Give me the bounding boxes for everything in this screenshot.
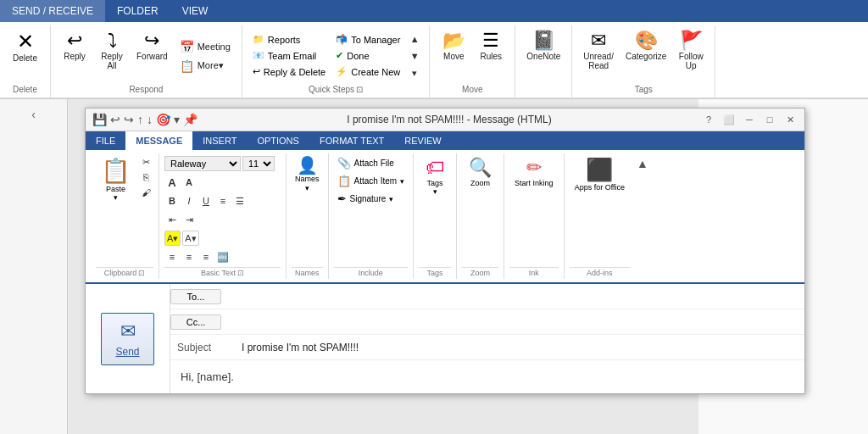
subject-input[interactable] [238,338,804,357]
down-arrow-icon[interactable]: ↓ [147,113,153,126]
qs-scroll-down[interactable]: ▼ [407,48,422,64]
paste-dropdown-arrow[interactable]: ▾ [114,193,118,202]
move-button[interactable]: 📂 Move [437,29,470,64]
attach-item-button[interactable]: 📋 Attach Item ▾ [334,173,409,189]
qs-team-email[interactable]: 📧 Team Email [249,48,329,63]
bullet-list-button[interactable]: ≡ [215,193,231,209]
close-button[interactable]: ✕ [782,112,798,127]
increase-indent-button[interactable]: ⇥ [181,212,197,227]
subject-row: Subject [170,335,804,360]
signature-button[interactable]: ✒ Signature ▾ [334,191,409,207]
undo-icon[interactable]: ↩ [110,113,120,126]
qs-scroll-up[interactable]: ▲ [407,31,422,47]
to-input[interactable] [225,287,804,306]
custom-icon[interactable]: 🎯 [156,113,170,126]
move-icon: 📂 [442,31,465,50]
qs-create-new[interactable]: ⚡ Create New [332,64,403,79]
qs-reports[interactable]: 📁 Reports [249,32,329,47]
copy-button[interactable]: ⎘ [138,170,153,184]
more-button[interactable]: 📋 More▾ [175,58,235,75]
unread-read-button[interactable]: ✉ Unread/Read [579,29,618,73]
font-selector[interactable]: Raleway [164,156,241,171]
signature-arrow[interactable]: ▾ [389,195,393,203]
qs-done[interactable]: ✔ Done [332,48,403,63]
help-button[interactable]: ? [701,112,716,127]
font-color-button[interactable]: A▾ [182,231,198,246]
maximize-button[interactable]: □ [762,112,777,127]
onenote-button[interactable]: 📓 OneNote [522,29,565,64]
highlight-button[interactable]: A▾ [164,231,181,246]
done-icon: ✔ [336,50,343,61]
meeting-button[interactable]: 📅 Meeting [175,38,235,55]
tab-view[interactable]: VIEW [170,0,220,22]
tab-file[interactable]: FILE [86,131,125,150]
attach-item-arrow[interactable]: ▾ [400,177,404,186]
names-arrow[interactable]: ▾ [305,184,309,192]
italic-button[interactable]: I [181,193,197,209]
forward-button[interactable]: ↪ Forward [132,29,172,64]
tags-button[interactable]: 🏷 Tags ▾ [419,155,451,198]
numbered-list-button[interactable]: ☰ [232,193,248,209]
qs-expand[interactable]: ▾ [407,65,422,81]
tags-icon: 🏷 [426,157,444,179]
redo-icon[interactable]: ↪ [124,113,134,126]
send-button[interactable]: ✉ Send [101,313,153,365]
compose-window: 💾 ↩ ↪ ↑ ↓ 🎯 ▾ 📌 I promise I'm not SPAM!!… [85,108,805,394]
tab-insert[interactable]: INSERT [192,131,247,150]
ribbon-collapse-button[interactable]: ▲ [635,155,650,172]
tab-format-text[interactable]: FORMAT TEXT [309,131,394,150]
popout-button[interactable]: ⬜ [721,112,737,127]
to-button[interactable]: To... [170,289,221,304]
qs-to-manager[interactable]: 📬 To Manager [332,32,403,47]
reply-all-button[interactable]: ⤵ ReplyAll [95,29,129,73]
decrease-font-button[interactable]: A [181,175,197,190]
tab-review[interactable]: REVIEW [394,131,451,150]
minimize-button[interactable]: ─ [742,112,757,127]
follow-up-button[interactable]: 🚩 FollowUp [674,29,708,73]
dropdown-arrow-icon[interactable]: ▾ [174,113,180,126]
align-center-button[interactable]: ≡ [181,249,197,264]
decrease-indent-button[interactable]: ⇤ [164,212,180,227]
compose-body[interactable]: Hi, [name]. [170,360,804,393]
rules-button[interactable]: ☰ Rules [474,29,508,64]
bold-button[interactable]: B [164,193,180,209]
cut-button[interactable]: ✂ [138,155,153,169]
pin-icon[interactable]: 📌 [183,113,198,126]
basic-text-expand-icon[interactable]: ⊡ [237,269,244,277]
paste-button[interactable]: 📋 Paste ▾ [96,155,136,203]
cc-input[interactable] [225,313,804,331]
size-selector[interactable]: 11 [242,156,275,171]
categorize-button[interactable]: 🎨 Categorize [621,29,670,64]
qs-expand-icon[interactable]: ⊡ [356,85,363,94]
delete-button[interactable]: ✕ Delete [8,29,42,65]
tab-message[interactable]: MESSAGE [125,131,192,150]
cc-row: Cc... [170,309,804,335]
tab-send-receive[interactable]: SEND / RECEIVE [0,0,105,22]
onenote-group: 📓 OneNote [515,25,572,97]
tags-arrow[interactable]: ▾ [433,187,437,196]
attach-file-button[interactable]: 📎 Attach File [334,155,409,171]
clipboard-expand-icon[interactable]: ⊡ [138,269,145,277]
underline-button[interactable]: U [198,193,214,209]
names-button[interactable]: 👤 Names ▾ [292,155,323,194]
ink-button[interactable]: ✏ Start Inking [509,155,559,189]
format-painter-button[interactable]: 🖌 [138,186,153,199]
qs-reply-delete[interactable]: ↩ Reply & Delete [249,64,329,79]
cc-button[interactable]: Cc... [170,314,221,330]
align-left-button[interactable]: ≡ [164,249,180,264]
apps-for-office-button[interactable]: ⬛ Apps for Office [570,155,630,193]
move-group: 📂 Move ☰ Rules Move [430,25,515,97]
rtl-button[interactable]: 🔤 [215,249,231,264]
quick-steps-label: Quick Steps ⊡ [309,85,363,94]
align-right-button[interactable]: ≡ [198,249,214,264]
zoom-button[interactable]: 🔍 Zoom [462,155,498,189]
tab-options[interactable]: OPTIONS [247,131,309,150]
quick-steps-group: 📁 Reports 📧 Team Email ↩ Reply & Delete … [242,25,430,97]
increase-font-button[interactable]: A [164,175,180,190]
reply-button[interactable]: ↩ Reply [58,29,92,64]
sidebar-collapse-arrow[interactable]: ‹ [31,108,36,121]
up-arrow-icon[interactable]: ↑ [137,113,143,126]
tags-group-label: Tags [635,85,653,94]
tab-folder[interactable]: FOLDER [105,0,170,22]
save-icon[interactable]: 💾 [92,113,107,126]
